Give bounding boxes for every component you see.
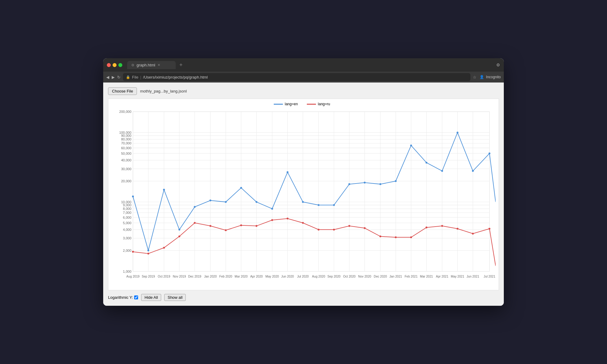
svg-point-120 (240, 224, 242, 226)
log-y-text: Logarithmic Y: (108, 295, 133, 300)
svg-point-90 (148, 250, 149, 251)
svg-text:50,000: 50,000 (121, 152, 131, 155)
incognito-badge: 👤 Incognito (480, 75, 501, 79)
svg-text:Jul 2020: Jul 2020 (297, 275, 309, 278)
svg-point-92 (178, 229, 180, 231)
svg-text:7,000: 7,000 (123, 211, 131, 215)
chart-container: lang=en lang=ru .grid-line { stroke: #e8… (108, 99, 499, 290)
chart-svg: .grid-line { stroke: #e8e8e8; stroke-wid… (108, 109, 496, 287)
svg-point-106 (395, 180, 397, 182)
svg-point-93 (194, 206, 196, 208)
log-y-checkbox[interactable] (134, 295, 138, 299)
browser-window: ⊙ graph.html ✕ + ⚙ ◀ ▶ ↻ 🔒 File | /Users… (103, 58, 504, 305)
legend-line-ru (307, 104, 316, 105)
active-tab[interactable]: ⊙ graph.html ✕ (127, 61, 176, 69)
forward-icon[interactable]: ▶ (112, 75, 115, 79)
svg-point-89 (132, 196, 134, 197)
incognito-icon: 👤 (480, 75, 484, 79)
svg-text:Aug 2020: Aug 2020 (312, 275, 325, 278)
svg-text:90,000: 90,000 (121, 134, 131, 137)
new-tab-button[interactable]: + (179, 62, 183, 68)
svg-point-110 (456, 132, 458, 133)
svg-text:Jun 2020: Jun 2020 (281, 275, 294, 278)
svg-point-91 (163, 189, 165, 191)
svg-point-134 (456, 228, 458, 230)
svg-point-132 (426, 227, 427, 228)
svg-point-99 (287, 171, 288, 173)
title-bar: ⊙ graph.html ✕ + ⚙ (103, 58, 504, 72)
svg-text:Nov 2020: Nov 2020 (358, 275, 371, 278)
svg-point-130 (395, 237, 397, 238)
close-button[interactable] (107, 63, 111, 67)
tab-title: graph.html (137, 63, 155, 67)
lock-icon: 🔒 (126, 75, 130, 79)
show-all-button[interactable]: Show all (164, 294, 186, 301)
svg-point-112 (489, 153, 490, 154)
svg-point-94 (209, 200, 211, 201)
svg-text:Mar 2021: Mar 2021 (420, 275, 433, 278)
svg-point-98 (271, 208, 273, 210)
svg-point-123 (287, 218, 288, 220)
svg-text:40,000: 40,000 (121, 158, 131, 162)
svg-text:Oct 2019: Oct 2019 (158, 275, 170, 278)
maximize-button[interactable] (118, 63, 122, 67)
hide-all-button[interactable]: Hide All (141, 294, 161, 301)
svg-text:May 2021: May 2021 (451, 275, 464, 278)
svg-text:Sep 2020: Sep 2020 (327, 275, 341, 278)
svg-text:Dec 2019: Dec 2019 (188, 275, 202, 278)
svg-point-111 (472, 170, 474, 172)
svg-point-117 (194, 222, 196, 224)
traffic-lights (107, 63, 122, 67)
file-name-label: mothly_pag...by_lang.jsonl (140, 89, 187, 93)
svg-point-136 (489, 228, 490, 230)
svg-text:Oct 2020: Oct 2020 (343, 275, 355, 278)
svg-text:3,000: 3,000 (123, 237, 131, 240)
svg-text:1,000: 1,000 (123, 270, 131, 273)
svg-text:Jun 2021: Jun 2021 (466, 275, 479, 278)
nav-right: ☆ 👤 Incognito (473, 75, 501, 79)
refresh-icon[interactable]: ↻ (117, 75, 120, 79)
svg-point-126 (333, 229, 335, 231)
svg-point-133 (441, 225, 443, 227)
svg-point-97 (256, 201, 257, 203)
tab-icon: ⊙ (131, 63, 134, 67)
svg-point-103 (348, 183, 350, 185)
svg-text:6,000: 6,000 (123, 216, 131, 219)
svg-point-107 (410, 145, 412, 147)
minimize-button[interactable] (113, 63, 117, 67)
tab-close-icon[interactable]: ✕ (158, 63, 160, 67)
svg-point-116 (178, 236, 180, 238)
svg-text:5,000: 5,000 (123, 221, 131, 225)
svg-point-125 (318, 229, 320, 231)
legend-item-en: lang=en (274, 102, 298, 106)
file-bar: Choose File mothly_pag...by_lang.jsonl (108, 87, 499, 95)
svg-point-122 (271, 219, 273, 221)
svg-text:30,000: 30,000 (121, 167, 131, 171)
svg-text:Mar 2020: Mar 2020 (235, 275, 248, 278)
svg-text:80,000: 80,000 (121, 138, 131, 141)
svg-text:200,000: 200,000 (119, 110, 131, 113)
svg-text:Dec 2020: Dec 2020 (374, 275, 387, 278)
choose-file-button[interactable]: Choose File (108, 87, 137, 95)
star-icon[interactable]: ☆ (473, 75, 476, 79)
svg-text:Jan 2020: Jan 2020 (204, 275, 217, 278)
svg-point-109 (441, 170, 443, 172)
svg-point-118 (209, 225, 211, 227)
back-icon[interactable]: ◀ (106, 75, 109, 79)
svg-text:Jul 2021: Jul 2021 (484, 275, 496, 278)
svg-point-129 (379, 236, 381, 238)
svg-text:Jan 2021: Jan 2021 (389, 275, 402, 278)
svg-point-131 (410, 237, 412, 238)
svg-point-119 (225, 229, 227, 231)
svg-text:Feb 2020: Feb 2020 (219, 275, 232, 278)
svg-point-104 (364, 182, 366, 184)
svg-text:8,000: 8,000 (123, 207, 131, 211)
svg-point-114 (148, 253, 149, 254)
svg-point-124 (302, 222, 304, 224)
svg-point-135 (472, 233, 474, 234)
svg-point-100 (302, 201, 304, 203)
svg-text:60,000: 60,000 (121, 146, 131, 150)
url-bar[interactable]: 🔒 File | /Users/iximiuz/projects/pq/grap… (123, 73, 470, 81)
svg-text:Sep 2019: Sep 2019 (142, 275, 155, 278)
settings-icon[interactable]: ⚙ (496, 62, 500, 67)
